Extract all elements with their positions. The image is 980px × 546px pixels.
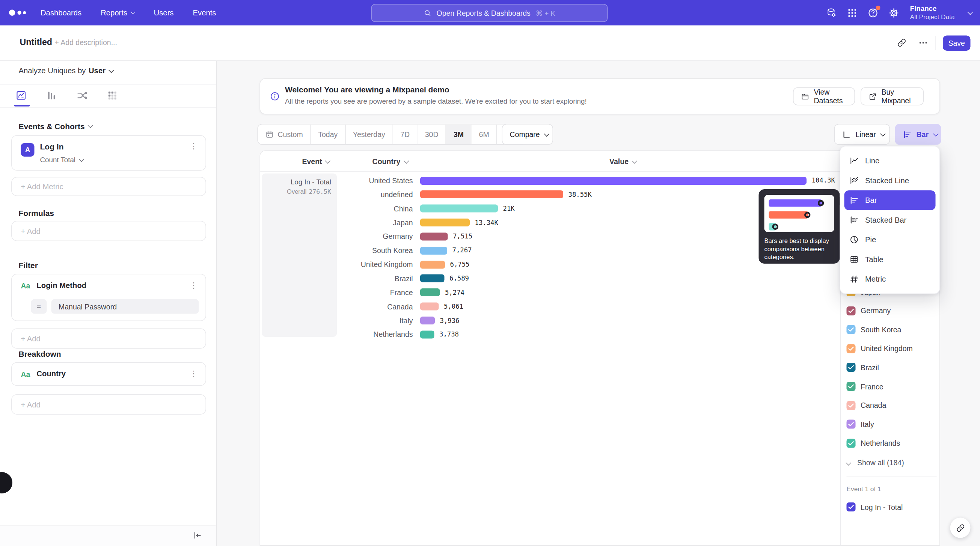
add-formula-button[interactable]: + Add (11, 221, 206, 241)
project-switcher[interactable]: Finance All Project Data (910, 4, 955, 21)
menu-item-line[interactable]: Line (845, 151, 936, 171)
tab-insights[interactable] (13, 87, 29, 103)
range-7d[interactable]: 7D (392, 125, 417, 145)
apps-grid-icon[interactable] (846, 7, 858, 18)
legend-item-brazil[interactable]: Brazil (847, 362, 879, 373)
tab-flows[interactable] (73, 87, 90, 103)
settings-gear-icon[interactable] (888, 7, 899, 18)
insights-chart-icon (15, 89, 27, 101)
range-3m[interactable]: 3M (446, 125, 471, 145)
report-description-placeholder[interactable]: + Add description... (55, 38, 117, 47)
filter-card-login-method[interactable]: Aa Login Method ⋮ = Manual Password (11, 274, 206, 321)
add-metric-button[interactable]: + Add Metric (11, 177, 206, 196)
menu-item-stacked-bar[interactable]: Stacked Bar (845, 210, 936, 230)
collapse-sidebar-icon[interactable] (192, 531, 202, 540)
metric-card-log-in[interactable]: A Log In ⋮ Count Total (11, 135, 206, 171)
global-search-input[interactable]: Open Reports & Dashboards ⌘ + K (371, 4, 608, 22)
bar-south-korea[interactable] (420, 247, 447, 255)
legend-checkbox[interactable] (847, 306, 856, 315)
more-options-icon[interactable] (918, 38, 928, 48)
breakdown-card-country[interactable]: Aa Country ⋮ (11, 362, 206, 386)
nav-item-events[interactable]: Events (193, 9, 216, 17)
nav-item-dashboards[interactable]: Dashboards (41, 9, 81, 17)
menu-item-pie[interactable]: Pie (845, 230, 936, 250)
range-yesterday[interactable]: Yesterday (345, 125, 393, 145)
bar-value-label: 13.34K (475, 215, 498, 230)
menu-item-metric[interactable]: Metric (845, 269, 936, 289)
report-title[interactable]: Untitled (20, 37, 52, 47)
country-column-header[interactable]: Country (372, 158, 409, 166)
range-6m[interactable]: 6M (471, 125, 497, 145)
tab-retention[interactable] (103, 87, 121, 103)
scale-linear-button[interactable]: Linear (834, 124, 890, 145)
bar-united-states[interactable] (420, 177, 807, 185)
save-button[interactable]: Save (943, 35, 970, 51)
legend-item-canada[interactable]: Canada (847, 400, 886, 411)
compare-button[interactable]: Compare (502, 124, 554, 145)
range-custom[interactable]: Custom (258, 125, 310, 145)
filter-property-name[interactable]: Login Method (37, 281, 87, 290)
bar-united-kingdom[interactable] (420, 261, 445, 269)
bar-brazil[interactable] (420, 274, 445, 282)
view-datasets-button[interactable]: View Datasets (793, 88, 855, 105)
legend-checkbox[interactable] (847, 503, 856, 511)
legend-item-france[interactable]: France (847, 381, 883, 392)
legend-checkbox[interactable] (847, 344, 856, 353)
bar-france[interactable] (420, 288, 440, 296)
bar-undefined[interactable] (420, 191, 563, 199)
data-management-icon[interactable] (826, 7, 837, 18)
events-cohorts-heading[interactable]: Events & Cohorts (19, 122, 93, 131)
legend-checkbox[interactable] (847, 382, 856, 391)
mixpanel-logo-icon[interactable] (9, 10, 25, 16)
bar-italy[interactable] (420, 317, 435, 325)
filter-value-chip[interactable]: Manual Password (51, 299, 199, 314)
analyze-value-dropdown[interactable]: User (89, 67, 113, 75)
filter-operator-chip[interactable]: = (31, 299, 47, 314)
legend-item-italy[interactable]: Italy (847, 419, 874, 430)
add-breakdown-button[interactable]: + Add (11, 394, 206, 415)
legend-checkbox[interactable] (847, 325, 856, 334)
legend-event-item[interactable]: Log In - Total (847, 503, 903, 511)
metric-aggregation-dropdown[interactable]: Count Total (40, 156, 84, 164)
legend-show-all[interactable]: Show all (184) (847, 458, 904, 467)
legend-checkbox[interactable] (847, 439, 856, 447)
menu-item-bar[interactable]: Bar (845, 190, 936, 210)
bar-canada[interactable] (420, 302, 439, 310)
tab-funnels[interactable] (43, 87, 60, 103)
legend-checkbox[interactable] (847, 363, 856, 372)
bar-japan[interactable] (420, 218, 470, 226)
nav-item-users[interactable]: Users (154, 9, 174, 17)
bar-chart-icon (850, 196, 859, 205)
tooltip-preview-marker (772, 224, 779, 230)
legend-item-germany[interactable]: Germany (847, 305, 891, 316)
legend-item-south-korea[interactable]: South Korea (847, 324, 902, 335)
menu-item-stacked-line[interactable]: Stacked Line (845, 171, 936, 191)
bar-china[interactable] (420, 205, 498, 213)
sidebar-footer (0, 525, 216, 546)
event-column-header[interactable]: Event (302, 158, 330, 166)
filter-kebab-icon[interactable]: ⋮ (190, 281, 199, 289)
legend-checkbox[interactable] (847, 401, 856, 410)
range-30d[interactable]: 30D (417, 125, 446, 145)
copy-link-icon[interactable] (897, 38, 907, 48)
help-icon[interactable] (867, 7, 879, 18)
bar-netherlands[interactable] (420, 331, 434, 338)
range-today[interactable]: Today (310, 125, 345, 145)
legend-item-netherlands[interactable]: Netherlands (847, 438, 900, 449)
share-link-fab[interactable] (950, 518, 970, 538)
add-filter-button[interactable]: + Add (11, 329, 206, 349)
buy-mixpanel-button[interactable]: Buy Mixpanel (861, 88, 924, 105)
chart-bar-row: undefined38.55K (260, 187, 840, 202)
chart-type-bar-button[interactable]: Bar (895, 124, 941, 145)
nav-item-reports[interactable]: Reports (101, 9, 134, 17)
legend-checkbox[interactable] (847, 420, 856, 429)
breakdown-kebab-icon[interactable]: ⋮ (190, 369, 199, 377)
bar-germany[interactable] (420, 232, 448, 240)
menu-item-table[interactable]: Table (845, 250, 936, 270)
metric-name[interactable]: Log In (40, 142, 64, 151)
value-column-header[interactable]: Value (609, 158, 636, 166)
breakdown-property-name[interactable]: Country (37, 369, 66, 378)
tooltip-preview-marker (818, 200, 824, 207)
legend-item-united-kingdom[interactable]: United Kingdom (847, 343, 913, 354)
metric-kebab-icon[interactable]: ⋮ (190, 142, 199, 150)
